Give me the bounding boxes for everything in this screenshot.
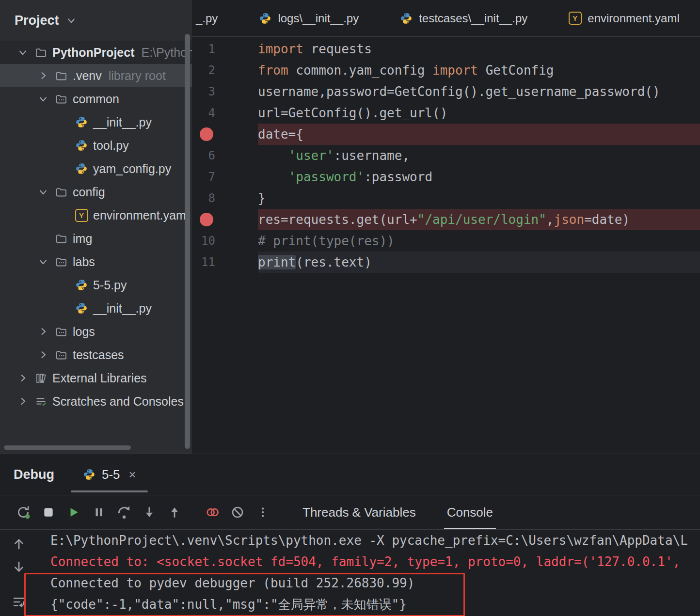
code-editor: 1import requests2from common.yam_config … — [192, 37, 700, 273]
tree-item-venv[interactable]: .venvlibrary root — [0, 64, 192, 87]
code-text[interactable]: res=requests.get(url+"/api/user/login",j… — [258, 209, 700, 230]
chevron-collapsed-icon[interactable] — [16, 396, 29, 406]
tree-item-label: config — [73, 185, 105, 199]
editor-gutter[interactable]: 2 — [192, 60, 258, 81]
chevron-collapsed-icon[interactable] — [37, 71, 49, 80]
code-text[interactable]: import requests — [258, 38, 700, 60]
chevron-collapsed-icon[interactable] — [37, 350, 49, 360]
chevron-expanded-icon[interactable] — [37, 94, 49, 104]
code-text[interactable]: } — [258, 188, 700, 209]
code-line-8: 8} — [192, 188, 700, 209]
code-text[interactable]: date={ — [258, 124, 700, 145]
editor-gutter[interactable]: 11 — [192, 252, 258, 273]
scratch-icon — [34, 395, 48, 408]
line-number: 1 — [192, 38, 215, 60]
view-breakpoints-button[interactable] — [202, 502, 223, 523]
tree-item-label: __init__.py — [93, 301, 152, 316]
python-icon — [75, 301, 88, 315]
stop-button[interactable] — [38, 502, 59, 523]
tree-item-logs[interactable]: logs — [0, 320, 192, 343]
code-text[interactable]: 'password':password — [258, 166, 700, 188]
tree-item-label: Scratches and Consoles — [52, 395, 184, 409]
step-over-button[interactable] — [113, 502, 135, 523]
code-text[interactable]: 'user':username, — [258, 145, 700, 166]
close-icon[interactable]: × — [129, 467, 136, 482]
editor-gutter[interactable]: 6 — [192, 145, 258, 166]
editor-gutter[interactable] — [192, 124, 258, 145]
tree-item-label: testcases — [73, 348, 124, 362]
chevron-expanded-icon[interactable] — [37, 187, 49, 197]
tree-item-testcases[interactable]: testcases — [0, 343, 192, 366]
line-number: 7 — [192, 166, 215, 188]
package-icon — [54, 92, 68, 106]
chevron-down-icon[interactable] — [65, 16, 78, 25]
tree-item-labs[interactable]: labs — [0, 250, 192, 273]
tree-item-init-py[interactable]: __init__.py — [0, 111, 192, 134]
rerun-button[interactable] — [13, 502, 34, 523]
editor-tab-testcases-init-py[interactable]: testcases\__init__.py — [379, 0, 548, 36]
code-line-6: 6 'user':username, — [192, 145, 700, 166]
tree-item-pythonproject[interactable]: PythonProjectE:\Python — [0, 41, 192, 64]
line-number: 3 — [192, 81, 215, 102]
editor-tab-py[interactable]: _.py — [192, 0, 238, 36]
scroll-down-icon[interactable] — [12, 560, 26, 576]
chevron-expanded-icon[interactable] — [37, 257, 49, 267]
project-horizontal-scrollbar[interactable] — [4, 445, 131, 450]
console-line: Connected to: <socket.socket fd=504, fam… — [50, 551, 700, 572]
more-button[interactable] — [252, 502, 273, 523]
project-panel-header[interactable]: Project — [0, 0, 192, 41]
code-text[interactable]: print(res.text) — [258, 252, 700, 273]
tree-item-config[interactable]: config — [0, 180, 192, 204]
line-number: 10 — [192, 230, 215, 252]
scroll-up-icon[interactable] — [12, 537, 26, 553]
editor-gutter[interactable]: 7 — [192, 166, 258, 188]
breakpoint-icon[interactable] — [200, 213, 213, 226]
chevron-collapsed-icon[interactable] — [16, 373, 29, 383]
tree-item-yam-config-py[interactable]: yam_config.py — [0, 157, 192, 180]
resume-button[interactable] — [63, 502, 84, 523]
code-text[interactable]: username,password=GetConfig().get_userna… — [258, 81, 700, 102]
editor-gutter[interactable]: 10 — [192, 230, 258, 252]
step-into-button[interactable] — [139, 502, 160, 523]
tree-item-environment-yaml[interactable]: Yenvironment.yaml — [0, 204, 192, 227]
tree-item-scratches-and-consoles[interactable]: Scratches and Consoles — [0, 390, 192, 413]
chevron-collapsed-icon[interactable] — [37, 327, 49, 336]
code-text[interactable]: from common.yam_config import GetConfig — [258, 60, 700, 81]
code-text[interactable]: url=GetConfig().get_url() — [258, 102, 700, 124]
editor-gutter[interactable]: 1 — [192, 38, 258, 60]
editor-tab-environment-yaml[interactable]: Yenvironment.yaml — [548, 0, 700, 36]
tree-item-tool-py[interactable]: tool.py — [0, 134, 192, 157]
editor-tab-logs-init-py[interactable]: logs\__init__.py — [238, 0, 379, 36]
code-line-5: date={ — [192, 124, 700, 145]
code-line-4: 4url=GetConfig().get_url() — [192, 102, 700, 124]
editor-gutter[interactable]: 8 — [192, 188, 258, 209]
editor-gutter[interactable]: 4 — [192, 102, 258, 124]
editor-gutter[interactable]: 3 — [192, 81, 258, 102]
tree-item-5-5-py[interactable]: 5-5.py — [0, 273, 192, 297]
yaml-icon: Y — [568, 12, 582, 25]
chevron-expanded-icon[interactable] — [16, 47, 29, 57]
debug-session-tab[interactable]: 5-5 × — [71, 454, 148, 495]
project-tree: PythonProjectE:\Python.venvlibrary rootc… — [0, 41, 192, 413]
code-line-2: 2from common.yam_config import GetConfig — [192, 60, 700, 81]
tree-item-external-libraries[interactable]: External Libraries — [0, 366, 192, 390]
tree-item-suffix: library root — [109, 69, 166, 83]
yaml-icon: Y — [75, 208, 88, 222]
tree-item-img[interactable]: img — [0, 227, 192, 250]
pause-button[interactable] — [88, 502, 110, 523]
tab-console[interactable]: Console — [441, 495, 499, 529]
tree-item-init-py[interactable]: __init__.py — [0, 297, 192, 320]
debug-header: Debug 5-5 × — [0, 454, 700, 495]
tree-item-common[interactable]: common — [0, 87, 192, 111]
soft-wrap-icon[interactable] — [12, 595, 26, 611]
tab-threads-variables[interactable]: Threads & Variables — [297, 495, 422, 529]
package-icon — [54, 348, 68, 362]
editor-tabs-bar: _.pylogs\__init__.pytestcases\__init__.p… — [192, 0, 700, 37]
mute-breakpoints-button[interactable] — [227, 502, 248, 523]
project-vertical-scrollbar[interactable] — [185, 34, 190, 449]
project-tool-window: Project PythonProjectE:\Python.venvlibra… — [0, 0, 192, 454]
breakpoint-icon[interactable] — [200, 127, 213, 141]
code-text[interactable]: # print(type(res)) — [258, 230, 700, 252]
step-out-button[interactable] — [164, 502, 185, 523]
editor-gutter[interactable] — [192, 209, 258, 230]
